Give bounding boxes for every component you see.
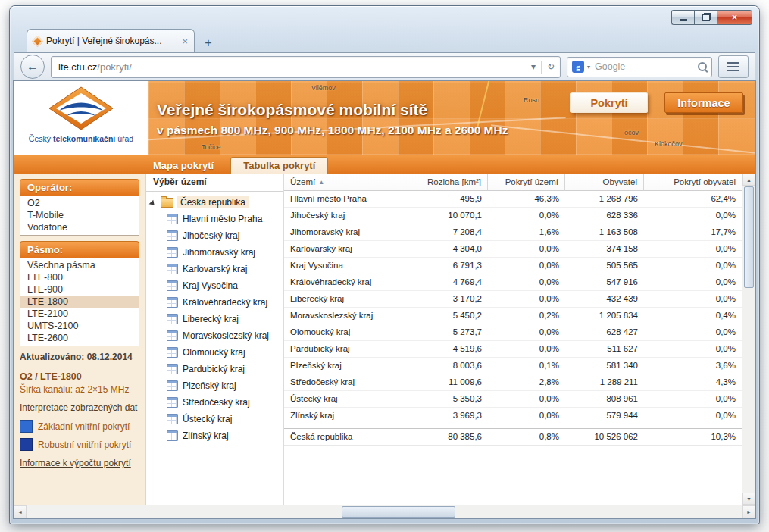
table-row[interactable]: Karlovarský kraj4 304,00,0%374 1580,0% [284,241,742,258]
tab-close-icon[interactable]: × [182,36,188,46]
tree-item[interactable]: Moravskoslezský kraj [167,327,283,344]
horizontal-scroll-track[interactable] [27,505,742,518]
table-row[interactable]: Zlínský kraj3 969,30,0%579 9440,0% [284,408,742,424]
band-item[interactable]: LTE-800 [20,271,139,283]
scroll-right-button[interactable]: ► [742,505,755,518]
tree-item[interactable]: Kraj Vysočina [167,277,283,294]
table-row[interactable]: Liberecký kraj3 170,20,0%432 4390,0% [284,291,742,308]
tree-item[interactable]: Hlavní město Praha [167,211,283,227]
vertical-scroll-track[interactable] [742,289,755,493]
pokryti-button[interactable]: Pokrytí [570,92,648,113]
browser-tab[interactable]: Pokrytí | Veřejné širokopás... × [27,29,195,52]
band-item[interactable]: LTE-2600 [20,332,139,344]
tree-item[interactable]: Královéhradecký kraj [167,294,283,311]
table-cell: Liberecký kraj [284,291,414,308]
summary-coverage-population: 10,3% [644,429,742,446]
table-cell: 46,3% [488,191,565,208]
back-button[interactable]: ← [20,55,45,79]
vertical-scroll-thumb[interactable] [744,186,754,288]
informace-button[interactable]: Informace [664,92,743,113]
menu-button[interactable] [718,55,749,78]
tree-item[interactable]: Středočeský kraj [167,394,283,411]
table-row[interactable]: Ústecký kraj5 350,30,0%808 9610,0% [284,391,742,408]
band-item[interactable]: LTE-2100 [20,308,139,320]
scroll-left-button[interactable]: ◄ [14,505,27,518]
url-dropdown-icon[interactable]: ▾ [526,61,541,72]
tree-item[interactable]: Zlínský kraj [167,427,283,444]
table-row[interactable]: Olomoucký kraj5 273,70,0%628 4270,0% [284,324,742,341]
table-row[interactable]: Plzeňský kraj8 003,60,1%581 3403,6% [284,358,742,374]
table-cell: 3,6% [644,358,742,374]
region-table-icon [167,314,178,324]
column-header-uzemi[interactable]: Území▲ [284,174,414,191]
search-icon[interactable] [698,62,707,71]
table-cell: 374 158 [565,241,644,258]
new-tab-button[interactable]: + [197,33,220,52]
tree-root-item[interactable]: Česká republika [146,192,283,211]
table-cell: 0,0% [644,408,742,424]
table-row[interactable]: Středočeský kraj11 009,62,8%1 289 2114,3… [284,374,742,391]
column-header-pokryti-uzemi[interactable]: Pokrytí území [488,174,565,191]
table-cell: 432 439 [565,291,644,308]
tree-item[interactable]: Pardubický kraj [167,361,283,377]
folder-icon [161,198,173,208]
tab-tabulka-pokryti[interactable]: Tabulka pokrytí [230,157,328,174]
band-item[interactable]: LTE-900 [20,283,139,296]
page-viewport: Český telekomunikační úřad Veřejné širok… [14,81,755,518]
table-cell: 1 163 508 [565,224,644,241]
url-bar[interactable]: lte.ctu.cz /pokryti/ ▾ ↻ [51,56,561,78]
operator-item[interactable]: T-Mobile [20,209,139,221]
search-input[interactable] [593,61,695,73]
region-table-icon [167,214,178,224]
table-row[interactable]: Jihomoravský kraj7 208,41,6%1 163 50817,… [284,224,742,241]
operator-item[interactable]: Vodafone [20,221,139,233]
table-cell: 628 336 [565,208,644,224]
tree-item[interactable]: Karlovarský kraj [167,261,283,277]
interpretation-link[interactable]: Interpretace zobrazených dat [20,402,139,413]
summary-area: 80 385,6 [414,429,488,446]
column-header-rozloha[interactable]: Rozloha [km²] [414,174,488,191]
table-cell: 17,7% [644,224,742,241]
close-button[interactable]: × [717,10,752,25]
column-header-obyvatel[interactable]: Obyvatel [565,174,644,191]
table-cell: 0,4% [644,308,742,324]
tree-item-label: Kraj Vysočina [183,280,238,291]
tree-item[interactable]: Plzeňský kraj [167,377,283,394]
scroll-up-button[interactable]: ▲ [742,174,755,186]
minimize-button[interactable] [671,10,694,25]
tree-item-label: Jihomoravský kraj [183,247,255,258]
sort-asc-icon: ▲ [318,179,324,186]
reload-icon[interactable]: ↻ [542,61,560,72]
tree-item[interactable]: Jihočeský kraj [167,227,283,244]
table-row[interactable]: Hlavní město Praha495,946,3%1 268 79662,… [284,191,742,208]
tab-mapa-pokryti[interactable]: Mapa pokrytí [141,158,226,174]
table-cell: Pardubický kraj [284,341,414,358]
browser-window: × Pokrytí | Veřejné širokopás... × + ← l… [10,6,759,524]
table-cell: 0,0% [488,391,565,408]
tree-item[interactable]: Ústecký kraj [167,411,283,427]
search-engine-dropdown-icon[interactable]: ▾ [587,64,590,70]
tree-item[interactable]: Olomoucký kraj [167,344,283,361]
vertical-scrollbar[interactable]: ▲ ▼ [742,174,755,505]
table-cell: 808 961 [565,391,644,408]
horizontal-scroll-thumb[interactable] [342,506,455,518]
table-row[interactable]: Pardubický kraj4 519,60,0%511 6270,0% [284,341,742,358]
table-row[interactable]: Kraj Vysočina6 791,30,0%505 5650,0% [284,258,742,274]
band-item[interactable]: UMTS-2100 [20,320,139,332]
scroll-down-button[interactable]: ▼ [742,493,755,505]
horizontal-scrollbar[interactable]: ◄ ► [14,505,755,518]
operator-item[interactable]: O2 [20,197,139,209]
table-row[interactable]: Jihočeský kraj10 070,10,0%628 3360,0% [284,208,742,224]
table-row[interactable]: Královéhradecký kraj4 769,40,0%547 9160,… [284,274,742,291]
band-item[interactable]: LTE-1800 [20,296,139,308]
legend-item: Základní vnitřní pokrytí [20,420,139,433]
band-item[interactable]: Všechna pásma [20,259,139,271]
calculation-info-link[interactable]: Informace k výpočtu pokrytí [20,458,139,468]
column-header-pokryti-obyvatel[interactable]: Pokrytí obyvatel [644,174,742,191]
restore-button[interactable] [694,10,717,25]
table-row[interactable]: Moravskoslezský kraj5 450,20,2%1 205 834… [284,308,742,324]
tree-item[interactable]: Liberecký kraj [167,311,283,327]
tree-expand-icon[interactable] [149,199,159,209]
tree-item[interactable]: Jihomoravský kraj [167,244,283,261]
search-box[interactable]: g ▾ [567,57,712,77]
